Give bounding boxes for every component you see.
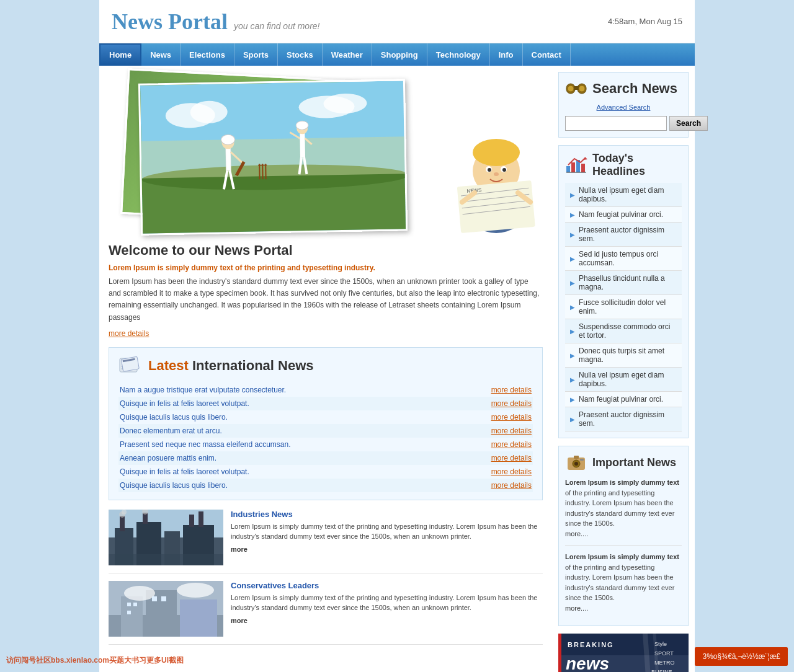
headline-item: ▶ Fusce sollicitudin dolor vel enim. <box>565 295 682 319</box>
headline-text: Fusce sollicitudin dolor vel enim. <box>579 298 677 316</box>
right-column: Search News Advanced Search Search <box>552 66 695 672</box>
conservatives-content: Conservatives Leaders Lorem Ipsum is sim… <box>231 581 543 637</box>
news-item-link[interactable]: Nam a augue tristique erat vulputate con… <box>120 386 286 394</box>
headline-item: ▶ Nam feugiat pulvinar orci. <box>565 207 682 223</box>
important-body-text: of the printing and typesetting industry… <box>565 489 674 528</box>
cartoon-reader-svg: NEWS <box>453 112 540 233</box>
svg-point-80 <box>568 86 574 92</box>
table-row: Quisque iaculis lacus quis libero. more … <box>118 410 533 424</box>
nav-item-shopping[interactable]: Shopping <box>372 43 427 66</box>
nav-item-contact[interactable]: Contact <box>523 43 571 66</box>
svg-point-33 <box>502 168 506 172</box>
nav-item-news[interactable]: News <box>141 43 181 66</box>
nav-item-sports[interactable]: Sports <box>234 43 278 66</box>
search-widget-title: Search News <box>592 81 677 97</box>
news-more-link[interactable]: more details <box>491 454 532 462</box>
svg-text:news: news <box>566 654 609 672</box>
watermark-text: 访问闯号社区bbs.xienlao.com买题大书习更多UI截图 <box>6 655 184 666</box>
headline-item: ▶ Suspendisse commodo orci et tortor. <box>565 319 682 343</box>
search-widget: Search News Advanced Search Search <box>558 72 689 138</box>
latest-title-suffix: International News <box>192 358 314 373</box>
news-item-link[interactable]: Donec elementum erat ut arcu. <box>120 427 222 435</box>
site-title-area: News Portal you can find out more! <box>112 9 319 35</box>
important-more-link[interactable]: more.... <box>565 604 588 612</box>
svg-rect-49 <box>121 356 139 371</box>
conservatives-more: more <box>231 617 248 624</box>
welcome-title: Welcome to our News Portal <box>109 242 543 259</box>
table-row: Quisque in felis at felis laoreet volutp… <box>118 465 533 479</box>
site-title: News Portal <box>112 9 228 35</box>
nav-item-weather[interactable]: Weather <box>323 43 372 66</box>
news-item-link[interactable]: Quisque iaculis lacus quis libero. <box>120 481 228 490</box>
news-more-link[interactable]: more details <box>491 481 532 490</box>
search-row: Search <box>565 116 682 131</box>
table-row: Quisque in felis at felis laoreet volutp… <box>118 397 533 410</box>
news-item-link[interactable]: Quisque in felis at felis laoreet volutp… <box>120 399 249 408</box>
industries-image <box>109 510 223 565</box>
breaking-news-banner: BREAKING news Style SPORT METRO BUSINE v… <box>558 634 689 672</box>
svg-rect-73 <box>133 603 137 606</box>
news-item-link[interactable]: Quisque iaculis lacus quis libero. <box>120 413 228 422</box>
breaking-news-svg: BREAKING news Style SPORT METRO BUSINE <box>558 634 689 672</box>
headline-text: Nulla vel ipsum eget diam dapibus. <box>579 371 677 388</box>
search-widget-header: Search News <box>565 79 682 99</box>
important-body-text: of the printing and typesetting industry… <box>565 564 674 602</box>
main-content: NEWS Welcome to our News Portal Lorem Ip… <box>99 66 695 672</box>
nav-item-technology[interactable]: Technology <box>427 43 490 66</box>
news-more-link[interactable]: more details <box>491 467 532 476</box>
news-card-conservatives: Conservatives Leaders Lorem Ipsum is sim… <box>109 581 543 645</box>
important-more-link[interactable]: more.... <box>565 530 588 537</box>
search-input[interactable] <box>565 116 667 131</box>
latest-news-box: Latest International News Nam a augue tr… <box>109 347 543 500</box>
arrow-icon: ▶ <box>570 352 575 359</box>
nav-item-stocks[interactable]: Stocks <box>278 43 323 66</box>
nav-item-elections[interactable]: Elections <box>181 43 234 66</box>
welcome-section: Welcome to our News Portal Lorem Ipsum i… <box>109 242 543 338</box>
svg-point-32 <box>488 168 491 172</box>
svg-rect-76 <box>161 596 166 601</box>
news-item-link[interactable]: Aenean posuere mattis enim. <box>120 454 216 462</box>
arrow-icon: ▶ <box>570 304 575 311</box>
news-more-link[interactable]: more details <box>491 427 532 435</box>
table-row: Donec elementum erat ut arcu. more detai… <box>118 424 533 438</box>
headline-text: Suspendisse commodo orci et tortor. <box>579 322 677 340</box>
headline-item: ▶ Donec quis turpis sit amet magna. <box>565 343 682 368</box>
news-more-link[interactable]: more details <box>491 413 532 422</box>
svg-text:BUSINE: BUSINE <box>651 669 672 672</box>
news-item-link[interactable]: Quisque in felis at felis laoreet volutp… <box>120 467 249 476</box>
nav-item-home[interactable]: Home <box>99 43 141 66</box>
welcome-more-link[interactable]: more details <box>109 329 149 338</box>
svg-rect-83 <box>571 162 575 172</box>
news-more-link[interactable]: more details <box>491 386 532 394</box>
hero-main-image <box>138 79 408 235</box>
news-more-link[interactable]: more details <box>491 440 532 449</box>
svg-rect-79 <box>574 86 579 90</box>
svg-rect-67 <box>121 596 143 637</box>
latest-news-icon <box>118 355 143 377</box>
camera-icon-svg <box>565 453 587 472</box>
svg-rect-8 <box>226 146 231 170</box>
svg-rect-72 <box>127 603 131 606</box>
svg-line-104 <box>645 634 648 672</box>
news-more-link[interactable]: more details <box>491 399 532 408</box>
arrow-icon: ▶ <box>570 211 575 218</box>
search-button[interactable]: Search <box>669 116 708 131</box>
binoculars-icon-svg <box>565 79 587 99</box>
advanced-search-link[interactable]: Advanced Search <box>565 104 682 111</box>
table-row: Aenean posuere mattis enim. more details <box>118 451 533 465</box>
cricket-scene-svg <box>140 81 408 236</box>
cookie-notice: 3%o§¾€â‚¬è½½æ¨¦æ£ <box>695 647 788 666</box>
table-row: Nam a augue tristique erat vulputate con… <box>118 383 533 397</box>
svg-rect-15 <box>300 132 305 157</box>
important-news-item: Lorem Ipsum is simply dummy text of the … <box>565 477 682 546</box>
nav-bar: Home News Elections Sports Stocks Weathe… <box>99 43 695 66</box>
nav-item-info[interactable]: Info <box>490 43 523 66</box>
svg-point-81 <box>579 86 585 92</box>
newspaper-icon-svg <box>118 355 143 377</box>
headlines-widget: Today's Headlines ▶ Nulla vel ipsum eget… <box>558 145 689 438</box>
arrow-icon: ▶ <box>570 328 575 335</box>
headline-item: ▶ Nulla vel ipsum eget diam dapibus. <box>565 183 682 207</box>
header-time: 4:58am, Mon Aug 15 <box>608 17 682 26</box>
news-item-link[interactable]: Praesent sed neque nec massa eleifend ac… <box>120 440 291 449</box>
headline-text: Nulla vel ipsum eget diam dapibus. <box>579 186 677 203</box>
